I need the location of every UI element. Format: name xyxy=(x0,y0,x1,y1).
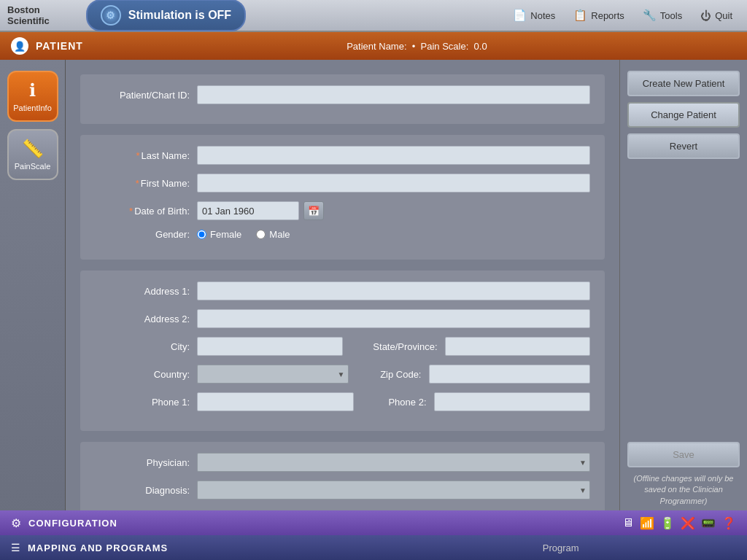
calendar-button[interactable]: 📅 xyxy=(303,201,324,220)
chart-id-label: Patient/Chart ID: xyxy=(95,90,190,101)
top-navigation: Boston Scientific ⚙ Stimulation is OFF 📄… xyxy=(0,0,747,32)
patient-section-title: PATIENT xyxy=(36,40,83,52)
gender-female-option[interactable]: Female xyxy=(197,229,241,240)
patient-id-section: Patient/Chart ID: xyxy=(80,74,605,124)
sidebar-patient-info-label: PatientInfo xyxy=(13,104,52,112)
patient-bar-info: Patient Name: • Pain Scale: 0.0 xyxy=(98,41,736,52)
country-label: Country: xyxy=(95,369,190,380)
country-select-wrapper: ▼ xyxy=(197,365,349,384)
sidebar-item-pain-scale[interactable]: 📏 PainScale xyxy=(7,129,58,180)
stimulation-status: ⚙ Stimulation is OFF xyxy=(86,0,246,31)
dob-required-star: * xyxy=(129,206,133,217)
company-logo: Boston Scientific xyxy=(7,4,50,26)
address2-label: Address 2: xyxy=(95,314,190,324)
patient-name-label: Patient Name: xyxy=(347,41,406,52)
power-icon: ⏻ xyxy=(700,9,711,22)
signal-icon: 📶 xyxy=(640,516,654,530)
tools-nav-item[interactable]: 🔧 Tools xyxy=(635,6,689,25)
reports-label: Reports xyxy=(591,10,624,21)
quit-nav-item[interactable]: ⏻ Quit xyxy=(693,6,740,25)
sidebar: ℹ PatientInfo 📏 PainScale xyxy=(0,60,66,518)
chart-id-input[interactable] xyxy=(197,85,590,104)
physician-row: Physician: ▼ xyxy=(95,453,590,472)
create-new-patient-button[interactable]: Create New Patient xyxy=(627,71,740,96)
patient-icon: 👤 xyxy=(11,37,28,55)
stim-status-text: Stimulation is OFF xyxy=(128,9,231,22)
first-name-input[interactable] xyxy=(197,174,590,192)
phone2-input[interactable] xyxy=(434,392,591,411)
config-title: CONFIGURATION xyxy=(28,518,615,529)
demographics-section: *Last Name: *First Name: *Date of Birth:… xyxy=(80,135,605,260)
diagnosis-select[interactable] xyxy=(197,481,590,499)
physician-select[interactable] xyxy=(197,453,590,472)
dob-label: *Date of Birth: xyxy=(95,206,190,217)
last-name-input[interactable] xyxy=(197,146,590,165)
first-name-row: *First Name: xyxy=(95,174,590,192)
change-patient-button[interactable]: Change Patient xyxy=(627,102,740,128)
state-label: State/Province: xyxy=(350,341,438,352)
quit-label: Quit xyxy=(715,10,732,21)
notes-label: Notes xyxy=(530,10,555,21)
notes-icon: 📄 xyxy=(513,9,527,22)
gender-label: Gender: xyxy=(95,229,190,240)
nav-menu: 📄 Notes 📋 Reports 🔧 Tools ⏻ Quit xyxy=(506,6,740,25)
save-button[interactable]: Save xyxy=(627,442,740,467)
last-name-required-star: * xyxy=(136,150,139,161)
offline-note: (Offline changes will only be saved on t… xyxy=(627,473,740,507)
pain-scale-value: 0.0 xyxy=(474,41,487,52)
city-state-row: City: State/Province: xyxy=(95,337,590,356)
phone1-label: Phone 1: xyxy=(95,397,190,408)
diagnosis-select-wrapper: ▼ xyxy=(197,481,590,499)
address1-row: Address 1: xyxy=(95,281,590,300)
device-icon: 📟 xyxy=(701,516,716,530)
first-name-required-star: * xyxy=(136,178,139,189)
phone-row: Phone 1: Phone 2: xyxy=(95,392,590,411)
config-icon: ⚙ xyxy=(11,516,21,530)
logo-line1: Boston xyxy=(7,4,50,15)
zip-input[interactable] xyxy=(429,365,591,384)
state-input[interactable] xyxy=(445,337,591,356)
city-label: City: xyxy=(95,341,190,352)
gender-row: Gender: Female Male xyxy=(95,229,590,240)
phone1-input[interactable] xyxy=(197,392,354,411)
gender-male-option[interactable]: Male xyxy=(256,229,290,240)
physician-label: Physician: xyxy=(95,457,190,468)
address1-label: Address 1: xyxy=(95,286,190,297)
bottom-bar: ⚙ CONFIGURATION 🖥 📶 🔋 ❌ 📟 ❓ ☰ MAPPING AN… xyxy=(0,510,747,560)
help-icon: ❓ xyxy=(721,516,736,530)
content-area: Patient/Chart ID: *Last Name: *First Nam… xyxy=(66,60,619,518)
dob-input-group: 📅 xyxy=(197,201,324,220)
country-select[interactable] xyxy=(197,365,349,384)
diagnosis-label: Diagnosis: xyxy=(95,485,190,496)
notes-nav-item[interactable]: 📄 Notes xyxy=(506,6,562,25)
address2-input[interactable] xyxy=(197,309,590,328)
mapping-bar: ☰ MAPPING AND PROGRAMS Program xyxy=(0,535,747,560)
monitor-icon: 🖥 xyxy=(622,516,634,529)
gender-female-radio[interactable] xyxy=(197,230,206,239)
first-name-label: *First Name: xyxy=(95,178,190,189)
status-icons: 🖥 📶 🔋 ❌ 📟 ❓ xyxy=(622,516,736,530)
main-area: ℹ PatientInfo 📏 PainScale Patient/Chart … xyxy=(0,60,747,518)
tools-label: Tools xyxy=(660,10,682,21)
gender-male-label: Male xyxy=(269,229,290,240)
physician-section: Physician: ▼ Diagnosis: ▼ xyxy=(80,442,605,518)
sidebar-item-patient-info[interactable]: ℹ PatientInfo xyxy=(7,71,58,122)
address1-input[interactable] xyxy=(197,281,590,300)
gender-male-radio[interactable] xyxy=(256,230,266,239)
right-panel: Create New Patient Change Patient Revert… xyxy=(619,60,747,518)
address-section: Address 1: Address 2: City: State/Provin… xyxy=(80,271,605,431)
zip-label: Zip Code: xyxy=(356,369,422,380)
mapping-title: MAPPING AND PROGRAMS xyxy=(28,542,379,553)
address2-row: Address 2: xyxy=(95,309,590,328)
battery-icon: 🔋 xyxy=(660,516,675,530)
city-input[interactable] xyxy=(197,337,343,356)
pain-scale-icon: 📏 xyxy=(22,139,44,159)
reports-nav-item[interactable]: 📋 Reports xyxy=(566,6,632,25)
configuration-bar: ⚙ CONFIGURATION 🖥 📶 🔋 ❌ 📟 ❓ xyxy=(0,510,747,535)
revert-button[interactable]: Revert xyxy=(627,133,740,159)
dob-input[interactable] xyxy=(197,201,299,220)
gender-female-label: Female xyxy=(210,229,241,240)
separator: • xyxy=(412,41,416,52)
stim-gear-icon: ⚙ xyxy=(101,5,121,26)
patient-info-icon: ℹ xyxy=(29,80,36,101)
